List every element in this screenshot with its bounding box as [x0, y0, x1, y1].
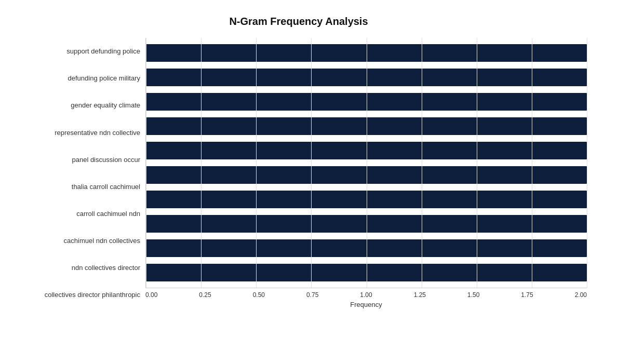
x-tick-label: 1.75 [521, 291, 533, 299]
bars-and-x: 0.000.250.500.751.001.251.501.752.00 Fre… [145, 38, 587, 308]
bar-row [146, 165, 587, 185]
bar-row [146, 262, 587, 283]
y-axis-label: representative ndn collective [10, 119, 140, 145]
chart-container: N-Gram Frequency Analysis support defund… [0, 0, 618, 364]
bar [146, 215, 587, 233]
x-tick-label: 0.00 [145, 291, 157, 299]
y-axis-label: carroll cachimuel ndn [10, 201, 140, 227]
x-tick-label: 0.50 [253, 291, 265, 299]
x-tick-label: 1.00 [360, 291, 372, 299]
bar [146, 191, 587, 208]
bar [146, 93, 587, 111]
bar [146, 117, 587, 135]
y-axis-label: ndn collectives director [10, 255, 140, 281]
bar-row [146, 116, 587, 137]
y-axis-label: gender equality climate [10, 92, 140, 118]
bar-row [146, 189, 587, 210]
bar [146, 69, 587, 86]
bar-row [146, 67, 587, 88]
bar-row [146, 213, 587, 234]
x-tick-label: 0.25 [199, 291, 211, 299]
bar-row [146, 43, 587, 63]
y-axis-label: panel discussion occur [10, 146, 140, 172]
bar [146, 166, 587, 184]
x-axis-label: Frequency [145, 301, 587, 308]
grid-line [587, 38, 587, 288]
x-axis: 0.000.250.500.751.001.251.501.752.00 [145, 288, 587, 299]
bars-area [145, 38, 587, 288]
bar [146, 142, 587, 159]
x-tick-label: 1.25 [414, 291, 426, 299]
bar [146, 44, 587, 62]
x-tick-label: 2.00 [575, 291, 587, 299]
chart-title: N-Gram Frequency Analysis [10, 16, 587, 28]
y-axis-label: collectives director philanthropic [10, 282, 140, 308]
y-axis: support defunding policedefunding police… [10, 38, 145, 308]
x-tick-label: 1.50 [467, 291, 479, 299]
bar-rows [146, 38, 587, 288]
bar-row [146, 140, 587, 161]
y-axis-label: thalia carroll cachimuel [10, 174, 140, 200]
bar-row [146, 91, 587, 112]
x-tick-label: 0.75 [306, 291, 318, 299]
chart-area: support defunding policedefunding police… [10, 38, 587, 308]
bar-row [146, 238, 587, 259]
y-axis-label: cachimuel ndn collectives [10, 228, 140, 254]
y-axis-label: defunding police military [10, 65, 140, 91]
y-axis-label: support defunding police [10, 38, 140, 64]
bar [146, 264, 587, 281]
bar [146, 239, 587, 257]
